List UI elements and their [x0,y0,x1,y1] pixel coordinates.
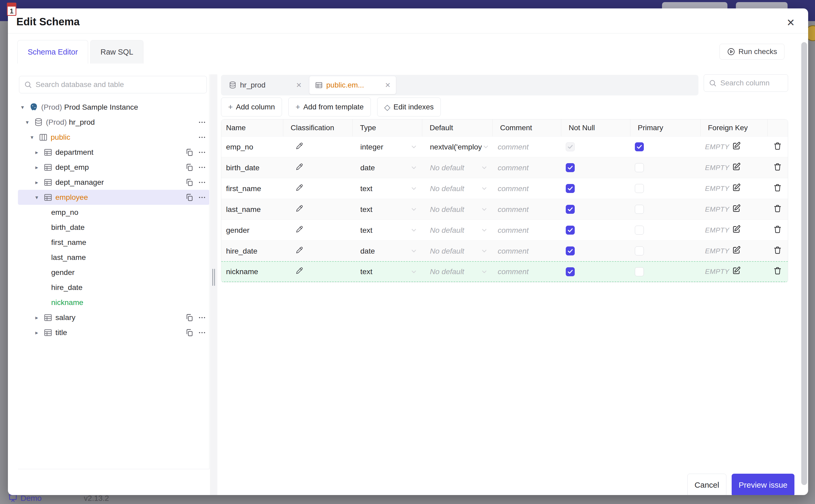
comment-input[interactable]: comment [493,199,561,220]
duplicate-table-button[interactable] [185,163,194,172]
delete-column-button[interactable] [767,157,788,178]
more-menu-button[interactable] [197,313,207,322]
tree-item-hire_date[interactable]: hire_date [18,280,209,295]
caret-down-icon[interactable]: ▾ [31,134,38,140]
open-tab-publicem[interactable]: public.em... ✕ [309,76,396,94]
primary-checkbox[interactable] [635,163,644,172]
tree-item-ProdSampleInstance[interactable]: ▾(Prod)Prod Sample Instance [18,100,209,115]
default-select[interactable]: No default [422,178,493,199]
tree-item-first_name[interactable]: first_name [18,235,209,250]
caret-right-icon[interactable]: ▸ [35,329,43,336]
classification-edit-button[interactable] [283,137,352,157]
not-null-checkbox[interactable] [566,184,575,193]
edit-foreign-key-icon[interactable] [732,225,741,236]
more-menu-button[interactable] [197,163,207,172]
duplicate-table-button[interactable] [185,178,194,187]
tree-item-last_name[interactable]: last_name [18,250,209,265]
primary-checkbox[interactable] [635,142,644,151]
more-menu-button[interactable] [197,148,207,157]
tree-item-dept_manager[interactable]: ▸dept_manager [18,175,209,190]
default-select[interactable]: No default [422,241,493,261]
classification-edit-button[interactable] [283,199,352,220]
edit-foreign-key-icon[interactable] [732,246,741,256]
comment-input[interactable]: comment [493,137,561,157]
type-select[interactable]: integer [352,137,422,157]
duplicate-table-button[interactable] [185,193,194,202]
preview-issue-button[interactable]: Preview issue [732,474,794,495]
caret-down-icon[interactable]: ▾ [21,104,29,110]
column-name-input[interactable]: first_name [221,178,283,199]
more-menu-button[interactable] [197,118,207,127]
tree-item-dept_emp[interactable]: ▸dept_emp [18,160,209,175]
close-icon[interactable]: ✕ [784,16,797,29]
database-search[interactable] [19,76,207,93]
tree-item-birth_date[interactable]: birth_date [18,220,209,235]
delete-column-button[interactable] [767,220,788,240]
classification-edit-button[interactable] [283,241,352,261]
default-select[interactable]: No default [422,157,493,178]
column-search[interactable] [704,74,788,92]
column-name-input[interactable]: last_name [221,199,283,220]
classification-edit-button[interactable] [283,262,352,282]
run-checks-button[interactable]: Run checks [720,44,784,60]
comment-input[interactable]: comment [493,178,561,199]
delete-column-button[interactable] [767,137,788,157]
more-menu-button[interactable] [197,193,207,202]
caret-down-icon[interactable]: ▾ [26,119,34,125]
delete-column-button[interactable] [767,178,788,199]
edit-foreign-key-icon[interactable] [732,162,741,173]
type-select[interactable]: text [352,178,422,199]
tree-item-employee[interactable]: ▾employee [18,190,209,205]
tree-item-public[interactable]: ▾public [18,130,209,145]
not-null-checkbox[interactable] [566,246,575,255]
tree-item-gender[interactable]: gender [18,265,209,280]
default-select[interactable]: No default [422,220,493,240]
tree-item-emp_no[interactable]: emp_no [18,205,209,220]
duplicate-table-button[interactable] [185,313,194,322]
edit-foreign-key-icon[interactable] [732,142,741,152]
type-select[interactable]: date [352,241,422,261]
more-menu-button[interactable] [197,133,207,142]
comment-input[interactable]: comment [493,157,561,178]
comment-input[interactable]: comment [493,262,561,282]
edit-foreign-key-icon[interactable] [732,266,741,277]
modal-scrollbar[interactable] [801,42,807,485]
caret-right-icon[interactable]: ▸ [35,164,43,171]
edit-foreign-key-icon[interactable] [732,183,741,194]
default-select[interactable]: nextval('employ [422,137,493,157]
default-select[interactable]: No default [422,262,493,282]
tree-item-salary[interactable]: ▸salary [18,310,209,325]
duplicate-table-button[interactable] [185,328,194,337]
tree-item-department[interactable]: ▸department [18,145,209,160]
add-column-button[interactable]: + Add column [221,98,282,117]
not-null-checkbox[interactable] [566,267,575,276]
classification-edit-button[interactable] [283,220,352,240]
column-name-input[interactable]: nickname [221,262,283,282]
tree-item-nickname[interactable]: nickname [18,295,209,310]
open-tab-hr_prod[interactable]: hr_prod ✕ [223,77,307,93]
caret-right-icon[interactable]: ▸ [35,179,43,186]
not-null-checkbox[interactable] [566,205,575,214]
type-select[interactable]: date [352,157,422,178]
tab-schema-editor[interactable]: Schema Editor [17,40,88,64]
primary-checkbox[interactable] [635,267,644,276]
default-select[interactable]: No default [422,199,493,220]
column-name-input[interactable]: birth_date [221,157,283,178]
primary-checkbox[interactable] [635,226,644,235]
delete-column-button[interactable] [767,241,788,261]
add-from-template-button[interactable]: + Add from template [288,98,370,117]
primary-checkbox[interactable] [635,246,644,255]
comment-input[interactable]: comment [493,220,561,240]
edit-foreign-key-icon[interactable] [732,204,741,215]
type-select[interactable]: text [352,220,422,240]
column-search-input[interactable] [720,79,783,87]
tab-raw-sql[interactable]: Raw SQL [90,40,143,64]
cancel-button[interactable]: Cancel [687,474,726,495]
column-name-input[interactable]: gender [221,220,283,240]
column-name-input[interactable]: hire_date [221,241,283,261]
tree-item-hr_prod[interactable]: ▾(Prod)hr_prod [18,115,209,130]
primary-checkbox[interactable] [635,205,644,214]
primary-checkbox[interactable] [635,184,644,193]
type-select[interactable]: text [352,199,422,220]
edit-indexes-button[interactable]: ◇ Edit indexes [377,98,441,117]
